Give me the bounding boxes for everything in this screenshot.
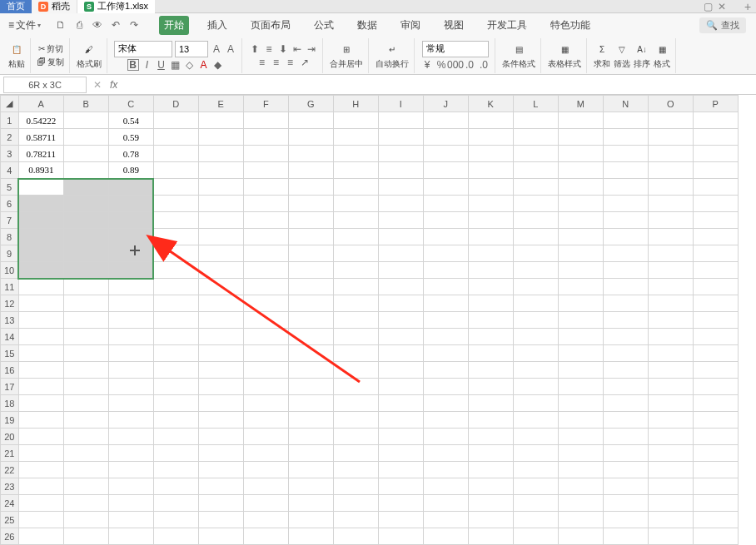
cell-B3[interactable] — [63, 146, 108, 162]
cell-M1[interactable] — [558, 112, 603, 129]
cell-K2[interactable] — [468, 129, 513, 146]
cell-B11[interactable] — [63, 279, 108, 295]
cell-H6[interactable] — [333, 196, 378, 212]
cell-O6[interactable] — [648, 196, 693, 212]
cell-G24[interactable] — [288, 495, 333, 512]
bold-button[interactable]: B — [127, 59, 139, 71]
col-header-N[interactable]: N — [603, 96, 648, 112]
percent-icon[interactable]: % — [435, 59, 447, 71]
cell-B25[interactable] — [63, 512, 108, 528]
ribbon-tab-insert[interactable]: 插入 — [202, 16, 232, 35]
cell-A1[interactable]: 0.54222 — [18, 112, 63, 129]
cell-M5[interactable] — [558, 179, 603, 196]
cell-F19[interactable] — [243, 412, 288, 429]
cell-C22[interactable] — [108, 462, 153, 478]
cell-E2[interactable] — [198, 129, 243, 146]
format-button[interactable]: ▦ 格式 — [654, 41, 670, 70]
row-header-12[interactable]: 12 — [1, 295, 19, 312]
cell-A17[interactable] — [18, 379, 63, 395]
cell-E9[interactable] — [198, 245, 243, 262]
cell-C18[interactable] — [108, 395, 153, 412]
row-header-18[interactable]: 18 — [1, 395, 19, 412]
orientation-icon[interactable]: ↗ — [299, 57, 311, 68]
cell-E25[interactable] — [198, 512, 243, 528]
cell-A8[interactable] — [18, 229, 63, 245]
cell-N8[interactable] — [603, 229, 648, 245]
cell-B5[interactable] — [63, 179, 108, 196]
row-header-5[interactable]: 5 — [1, 179, 19, 196]
formula-bar[interactable] — [122, 77, 756, 93]
tab-home[interactable]: 首页 — [0, 0, 32, 13]
cell-I20[interactable] — [378, 429, 423, 445]
cell-M16[interactable] — [558, 362, 603, 379]
sum-button[interactable]: Σ 求和 — [594, 41, 610, 70]
name-box[interactable] — [3, 77, 87, 93]
font-shrink-icon[interactable]: A — [225, 43, 236, 55]
cell-L12[interactable] — [513, 295, 558, 312]
cell-M13[interactable] — [558, 312, 603, 329]
cell-H25[interactable] — [333, 512, 378, 528]
cell-G7[interactable] — [288, 212, 333, 229]
cut-button[interactable]: ✂ 剪切 — [38, 43, 63, 55]
cell-D2[interactable] — [153, 129, 198, 146]
cell-G4[interactable] — [288, 162, 333, 179]
cell-P1[interactable] — [693, 112, 738, 129]
cell-F15[interactable] — [243, 345, 288, 362]
cell-P24[interactable] — [693, 495, 738, 512]
cell-I14[interactable] — [378, 329, 423, 345]
cell-P2[interactable] — [693, 129, 738, 146]
cell-D20[interactable] — [153, 429, 198, 445]
cell-I11[interactable] — [378, 279, 423, 295]
cell-J8[interactable] — [423, 229, 468, 245]
cell-C2[interactable]: 0.59 — [108, 129, 153, 146]
cell-L25[interactable] — [513, 512, 558, 528]
cell-E5[interactable] — [198, 179, 243, 196]
align-middle-icon[interactable]: ≡ — [263, 43, 275, 55]
cell-F24[interactable] — [243, 495, 288, 512]
cell-D19[interactable] — [153, 412, 198, 429]
cell-C14[interactable] — [108, 329, 153, 345]
cell-M20[interactable] — [558, 429, 603, 445]
cell-A5[interactable] — [18, 179, 63, 196]
cell-I17[interactable] — [378, 379, 423, 395]
cell-B10[interactable] — [63, 262, 108, 279]
cell-K14[interactable] — [468, 329, 513, 345]
cell-G13[interactable] — [288, 312, 333, 329]
cell-F18[interactable] — [243, 395, 288, 412]
cell-L22[interactable] — [513, 462, 558, 478]
cell-J5[interactable] — [423, 179, 468, 196]
cell-A21[interactable] — [18, 445, 63, 462]
cell-J18[interactable] — [423, 395, 468, 412]
paste-button[interactable]: 📋 粘贴 — [8, 41, 25, 70]
cell-N6[interactable] — [603, 196, 648, 212]
col-header-H[interactable]: H — [333, 96, 378, 112]
cell-L23[interactable] — [513, 478, 558, 495]
ribbon-tab-start[interactable]: 开始 — [159, 16, 189, 35]
cell-J24[interactable] — [423, 495, 468, 512]
indent-inc-icon[interactable]: ⇥ — [306, 43, 317, 55]
cell-O23[interactable] — [648, 478, 693, 495]
cell-G8[interactable] — [288, 229, 333, 245]
cell-H2[interactable] — [333, 129, 378, 146]
cell-E22[interactable] — [198, 462, 243, 478]
cell-B4[interactable] — [63, 162, 108, 179]
col-header-G[interactable]: G — [288, 96, 333, 112]
cell-E24[interactable] — [198, 495, 243, 512]
cell-P20[interactable] — [693, 429, 738, 445]
cell-M24[interactable] — [558, 495, 603, 512]
cell-M15[interactable] — [558, 345, 603, 362]
cell-O13[interactable] — [648, 312, 693, 329]
cell-J9[interactable] — [423, 245, 468, 262]
cell-H24[interactable] — [333, 495, 378, 512]
cell-I4[interactable] — [378, 162, 423, 179]
row-header-1[interactable]: 1 — [1, 112, 19, 129]
cell-P19[interactable] — [693, 412, 738, 429]
cell-L17[interactable] — [513, 379, 558, 395]
ribbon-tab-review[interactable]: 审阅 — [395, 16, 425, 35]
cell-F25[interactable] — [243, 512, 288, 528]
cell-J12[interactable] — [423, 295, 468, 312]
cell-I24[interactable] — [378, 495, 423, 512]
col-header-F[interactable]: F — [243, 96, 288, 112]
row-header-8[interactable]: 8 — [1, 229, 19, 245]
cell-M6[interactable] — [558, 196, 603, 212]
